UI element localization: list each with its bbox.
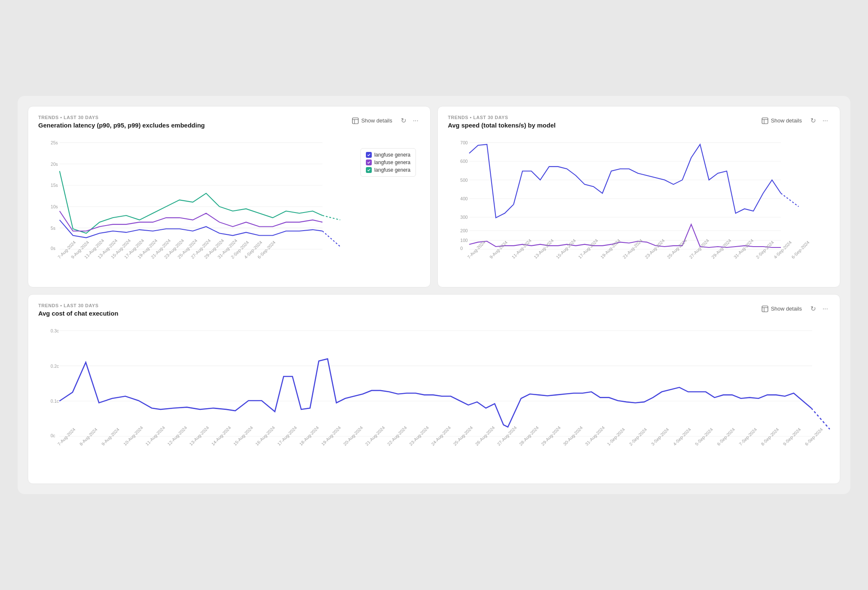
legend-item-3: langfuse genera	[366, 167, 410, 173]
svg-text:19-Aug-2024: 19-Aug-2024	[320, 425, 342, 446]
table-icon-cost	[762, 306, 768, 312]
card-actions: Show details ↻ ···	[349, 115, 420, 126]
card-left-header-cost: TRENDS • LAST 30 DAYS Avg cost of chat e…	[38, 303, 118, 322]
card-title-speed: Avg speed (total tokens/s) by model	[448, 122, 556, 129]
svg-text:15-Aug-2024: 15-Aug-2024	[233, 425, 254, 446]
more-button[interactable]: ···	[411, 115, 420, 126]
svg-text:12-Aug-2024: 12-Aug-2024	[167, 425, 188, 446]
legend-item-2: langfuse genera	[366, 159, 410, 165]
svg-text:0: 0	[460, 246, 463, 251]
card-avg-speed: TRENDS • LAST 30 DAYS Avg speed (total t…	[437, 106, 840, 287]
card-header: TRENDS • LAST 30 DAYS Generation latency…	[38, 115, 420, 134]
card-left-header-speed: TRENDS • LAST 30 DAYS Avg speed (total t…	[448, 115, 556, 134]
card-title-cost: Avg cost of chat execution	[38, 310, 118, 317]
svg-rect-66	[762, 306, 768, 312]
svg-text:31-Aug-2024: 31-Aug-2024	[584, 425, 606, 446]
legend-label-1: langfuse genera	[374, 152, 410, 158]
chart-container-latency: 25s 20s 15s 10s 5s 0s	[38, 136, 420, 279]
svg-text:27-Aug-2024: 27-Aug-2024	[496, 425, 518, 446]
svg-rect-0	[352, 118, 358, 124]
svg-text:29-Aug-2024: 29-Aug-2024	[540, 425, 562, 446]
svg-text:11-Aug-2024: 11-Aug-2024	[145, 425, 166, 446]
card-header-speed: TRENDS • LAST 30 DAYS Avg speed (total t…	[448, 115, 830, 134]
svg-text:400: 400	[460, 196, 468, 201]
card-meta-cost: TRENDS • LAST 30 DAYS	[38, 303, 118, 308]
svg-text:10s: 10s	[51, 204, 58, 209]
refresh-button[interactable]: ↻	[399, 115, 408, 126]
svg-text:29-Aug-2024: 29-Aug-2024	[710, 238, 732, 260]
svg-text:0.1c: 0.1c	[50, 399, 59, 404]
card-actions-cost: Show details ↻ ···	[758, 303, 830, 314]
card-meta-speed: TRENDS • LAST 30 DAYS	[448, 115, 556, 120]
svg-text:9-Aug-2024: 9-Aug-2024	[101, 427, 120, 446]
svg-text:1-Sep-2024: 1-Sep-2024	[606, 427, 626, 446]
svg-text:16-Aug-2024: 16-Aug-2024	[254, 425, 276, 446]
svg-text:5s: 5s	[51, 226, 56, 231]
legend-label-2: langfuse genera	[374, 159, 410, 165]
svg-rect-31	[762, 118, 768, 124]
svg-text:0c: 0c	[50, 433, 55, 438]
svg-text:15-Aug-2024: 15-Aug-2024	[555, 238, 577, 260]
svg-text:600: 600	[460, 159, 468, 164]
svg-text:13-Aug-2024: 13-Aug-2024	[533, 238, 555, 260]
refresh-button-speed[interactable]: ↻	[809, 115, 818, 126]
card-actions-speed: Show details ↻ ···	[758, 115, 830, 126]
chart-container-speed: 700 600 500 400 300 200 100 0	[448, 136, 830, 279]
svg-text:27-Aug-2024: 27-Aug-2024	[688, 238, 710, 260]
svg-text:8-Aug-2024: 8-Aug-2024	[79, 427, 98, 446]
svg-text:200: 200	[460, 228, 468, 233]
svg-text:0.2c: 0.2c	[50, 364, 59, 369]
svg-text:2-Sep-2024: 2-Sep-2024	[755, 239, 775, 260]
svg-text:21-Aug-2024: 21-Aug-2024	[365, 425, 386, 446]
svg-text:0s: 0s	[51, 246, 56, 251]
svg-text:19-Aug-2024: 19-Aug-2024	[599, 238, 621, 260]
svg-text:9-Sep-2024: 9-Sep-2024	[782, 427, 802, 446]
svg-text:18-Aug-2024: 18-Aug-2024	[299, 425, 320, 446]
svg-text:17-Aug-2024: 17-Aug-2024	[577, 238, 599, 260]
svg-text:13-Aug-2024: 13-Aug-2024	[189, 425, 210, 446]
show-details-button-cost[interactable]: Show details	[758, 304, 805, 314]
svg-text:0.3c: 0.3c	[50, 329, 59, 333]
svg-text:11-Aug-2024: 11-Aug-2024	[511, 238, 532, 260]
svg-text:4-Sep-2024: 4-Sep-2024	[773, 239, 793, 260]
show-details-button-speed[interactable]: Show details	[758, 116, 805, 126]
chart-legend: langfuse genera langfuse genera langfuse…	[360, 148, 416, 177]
svg-text:7-Aug-2024: 7-Aug-2024	[57, 427, 76, 446]
card-header-cost: TRENDS • LAST 30 DAYS Avg cost of chat e…	[38, 303, 830, 322]
show-details-button[interactable]: Show details	[349, 116, 396, 126]
svg-text:4-Sep-2024: 4-Sep-2024	[672, 427, 692, 446]
svg-text:300: 300	[460, 215, 468, 220]
card-left-header: TRENDS • LAST 30 DAYS Generation latency…	[38, 115, 205, 134]
svg-text:5-Sep-2024: 5-Sep-2024	[694, 427, 714, 446]
svg-text:14-Aug-2024: 14-Aug-2024	[211, 425, 232, 446]
table-icon	[352, 117, 359, 124]
svg-text:9-Aug-2024: 9-Aug-2024	[488, 239, 508, 260]
card-generation-latency: TRENDS • LAST 30 DAYS Generation latency…	[28, 106, 431, 287]
more-button-cost[interactable]: ···	[821, 303, 830, 314]
svg-text:6-Sep-2024: 6-Sep-2024	[804, 427, 823, 446]
legend-item-1: langfuse genera	[366, 152, 410, 158]
svg-text:21-Aug-2024: 21-Aug-2024	[622, 238, 643, 260]
svg-text:23-Aug-2024: 23-Aug-2024	[644, 238, 666, 260]
svg-text:25s: 25s	[51, 140, 58, 145]
svg-text:7-Sep-2024: 7-Sep-2024	[738, 427, 757, 446]
svg-text:500: 500	[460, 178, 468, 183]
svg-text:24-Aug-2024: 24-Aug-2024	[431, 425, 452, 446]
cost-chart: 0.3c 0.2c 0.1c 0c 7-Aug-2024 8-Aug-2024 …	[38, 324, 830, 456]
card-meta: TRENDS • LAST 30 DAYS	[38, 115, 205, 120]
more-button-speed[interactable]: ···	[821, 115, 830, 126]
svg-text:26-Aug-2024: 26-Aug-2024	[474, 425, 496, 446]
svg-text:25-Aug-2024: 25-Aug-2024	[666, 238, 688, 260]
svg-text:100: 100	[460, 238, 468, 243]
svg-text:20s: 20s	[51, 162, 58, 167]
top-row: TRENDS • LAST 30 DAYS Generation latency…	[28, 106, 840, 287]
refresh-button-cost[interactable]: ↻	[809, 303, 818, 314]
svg-text:30-Aug-2024: 30-Aug-2024	[562, 425, 584, 446]
svg-text:2-Sep-2024: 2-Sep-2024	[628, 427, 648, 446]
svg-text:25-Aug-2024: 25-Aug-2024	[453, 425, 474, 446]
svg-text:23-Aug-2024: 23-Aug-2024	[408, 425, 430, 446]
legend-label-3: langfuse genera	[374, 167, 410, 173]
svg-text:700: 700	[460, 140, 468, 145]
dashboard: TRENDS • LAST 30 DAYS Generation latency…	[18, 96, 850, 494]
svg-text:15s: 15s	[51, 183, 58, 188]
